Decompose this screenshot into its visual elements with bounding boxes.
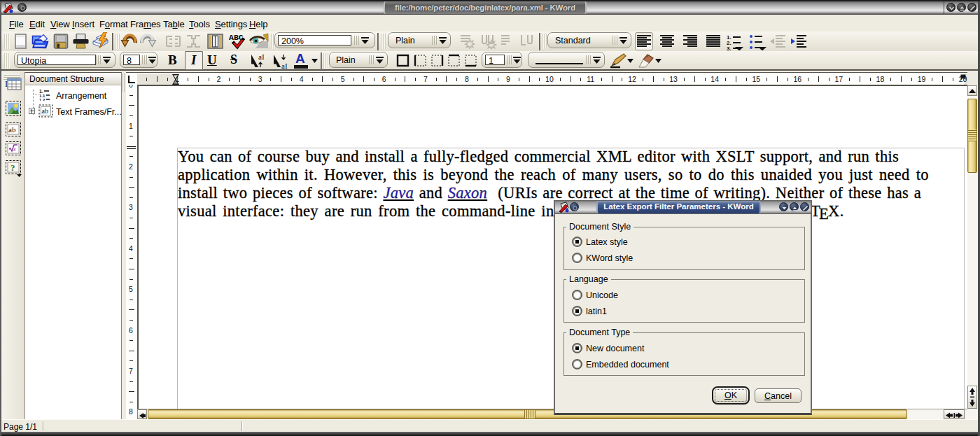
svg-text:1.2: 1.2 (39, 98, 46, 101)
svg-text:ab: ab (42, 107, 48, 115)
svg-text:aI: aI (281, 62, 288, 69)
svg-text:aI: aI (258, 52, 265, 61)
svg-text:ab: ab (8, 125, 16, 134)
svg-text:?: ? (10, 162, 15, 173)
svg-text:3.: 3. (727, 45, 732, 50)
svg-text:x: x (13, 146, 16, 153)
svg-text:1.: 1. (39, 89, 43, 94)
svg-text:I: I (5, 79, 8, 89)
